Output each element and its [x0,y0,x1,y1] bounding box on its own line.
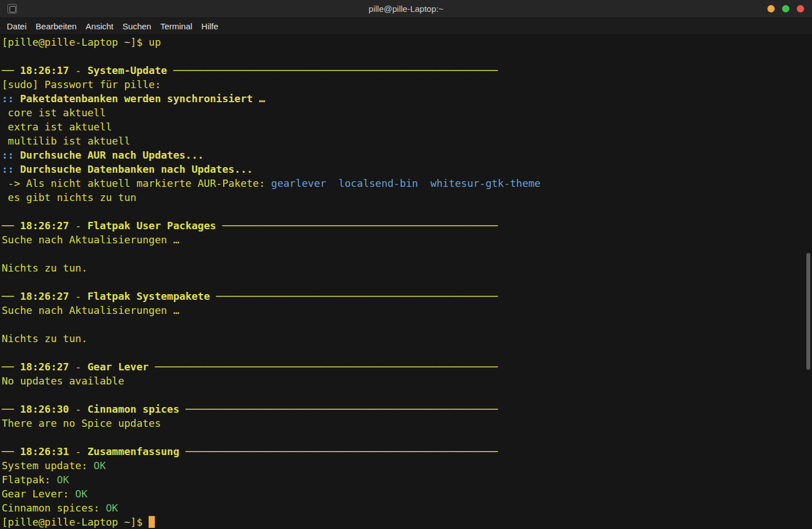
terminal-text: System-Update [88,64,167,76]
window-controls [767,5,804,12]
terminal-text: ────────────────────────────────────────… [173,64,497,76]
terminal-text: ── [2,290,20,302]
terminal-text: Cinnamon spices [88,403,180,415]
terminal-line: multilib ist aktuell [2,134,812,148]
terminal-text: OK [106,502,118,514]
menu-hilfe[interactable]: Hilfe [197,19,223,33]
terminal-text: Paketdatenbanken werden synchronisiert … [14,93,265,104]
terminal-text: whitesur-gtk-theme [431,177,541,189]
terminal-line [2,317,812,331]
terminal-text: multilib ist aktuell [2,135,131,147]
terminal-text: ── [2,220,20,231]
terminal-line [2,388,812,402]
terminal-text: - [69,290,88,302]
terminal-output[interactable]: [pille@pille-Laptop ~]$ up ── 18:26:17 -… [0,35,812,529]
terminal-text: core ist aktuell [2,107,106,119]
menu-datei[interactable]: Datei [2,19,31,33]
terminal-text: Zusammenfassung [88,445,180,457]
title-bar[interactable]: pille@pille-Laptop:~ [0,0,812,18]
terminal-text: ── [2,445,20,457]
terminal-text: There are no Spice updates [2,417,161,429]
terminal-text [167,64,173,76]
terminal-text: Nichts zu tun. [2,333,88,344]
terminal-line: Nichts zu tun. [2,261,812,275]
terminal-text: 18:26:27 [20,290,70,302]
terminal-line: No updates available [2,374,812,388]
window-close-button[interactable] [797,5,804,12]
terminal-text: - [69,403,88,415]
terminal-text: 18:26:31 [20,445,70,457]
terminal-text: Cinnamon spices: [2,502,106,514]
terminal-text: :: [2,149,14,161]
menu-bearbeiten[interactable]: Bearbeiten [31,19,81,33]
terminal-line: ── 18:26:30 - Cinnamon spices ──────────… [2,402,812,416]
terminal-text: OK [94,460,106,471]
terminal-text: Flatpak Systempakete [88,290,210,302]
menu-bar: Datei Bearbeiten Ansicht Suchen Terminal… [0,18,812,35]
terminal-text: ── [2,403,20,415]
terminal-text: gearlever [271,177,327,189]
terminal-text: - [69,361,88,373]
terminal-text: extra ist aktuell [2,121,112,133]
terminal-text: 18:26:27 [20,220,70,231]
terminal-text: [sudo] Passwort für pille: [2,78,161,90]
terminal-line: [pille@pille-Laptop ~]$ [2,515,812,529]
terminal-text: Nichts zu tun. [2,262,88,274]
menu-suchen[interactable]: Suchen [118,19,156,33]
terminal-text: Gear Lever [88,361,149,373]
terminal-text: :: [2,163,14,175]
terminal-line: ── 18:26:27 - Gear Lever ───────────────… [2,360,812,374]
terminal-line [2,204,812,218]
terminal-text: ── [2,64,20,76]
terminal-text: - [69,445,88,457]
terminal-line: Flatpak: OK [2,473,812,487]
terminal-text: Suche nach Aktualisierungen … [2,234,179,246]
terminal-text [179,445,185,457]
terminal-text: [pille@pille-Laptop ~]$ up [2,36,161,48]
terminal-text: ────────────────────────────────────────… [155,361,498,373]
terminal-text: :: [2,93,14,104]
terminal-text: Gear Lever: [2,488,75,500]
menu-terminal[interactable]: Terminal [156,19,197,33]
terminal-line [2,275,812,289]
scrollbar-thumb[interactable] [806,253,810,370]
terminal-text: -> Als nicht aktuell markierte AUR-Paket… [2,177,271,189]
terminal-text [210,290,216,302]
terminal-line: ── 18:26:27 - Flatpak Systempakete ─────… [2,289,812,303]
terminal-text: Durchsuche Datenbanken nach Updates... [14,163,253,175]
menu-ansicht[interactable]: Ansicht [81,19,118,33]
terminal-line: [pille@pille-Laptop ~]$ up [2,35,812,49]
terminal-line: Suche nach Aktualisierungen … [2,233,812,247]
terminal-line: Gear Lever: OK [2,487,812,501]
terminal-text: - [69,64,88,76]
terminal-line: core ist aktuell [2,106,812,120]
terminal-line: ── 18:26:17 - System-Update ────────────… [2,63,812,77]
terminal-text [418,177,431,189]
terminal-line [2,49,812,63]
terminal-line: [sudo] Passwort für pille: [2,77,812,91]
terminal-line: es gibt nichts zu tun [2,190,812,204]
terminal-text: ── [2,361,20,373]
window-maximize-button[interactable] [782,5,789,12]
terminal-text: ────────────────────────────────────────… [222,220,498,231]
terminal-line: :: Durchsuche Datenbanken nach Updates..… [2,162,812,176]
terminal-line: :: Durchsuche AUR nach Updates... [2,148,812,162]
terminal-line: Nichts zu tun. [2,331,812,346]
terminal-line: There are no Spice updates [2,416,812,430]
terminal-line: ── 18:26:31 - Zusammenfassung ──────────… [2,444,812,458]
terminal-line [2,430,812,444]
terminal-text: es gibt nichts zu tun [2,191,136,203]
terminal-text: System update: [2,460,94,471]
terminal-line: :: Paketdatenbanken werden synchronisier… [2,91,812,106]
window-minimize-button[interactable] [767,5,775,12]
terminal-text: - [69,220,88,231]
terminal-text: 18:26:17 [20,64,70,76]
scrollbar[interactable] [806,36,812,529]
terminal-line [2,247,812,261]
terminal-text: ────────────────────────────────────────… [185,403,498,415]
terminal-line: Cinnamon spices: OK [2,501,812,515]
terminal-text: Flatpak: [2,474,57,486]
terminal-line: -> Als nicht aktuell markierte AUR-Paket… [2,176,812,190]
terminal-text: [pille@pille-Laptop ~]$ [2,516,149,528]
terminal-text: No updates available [2,375,124,387]
